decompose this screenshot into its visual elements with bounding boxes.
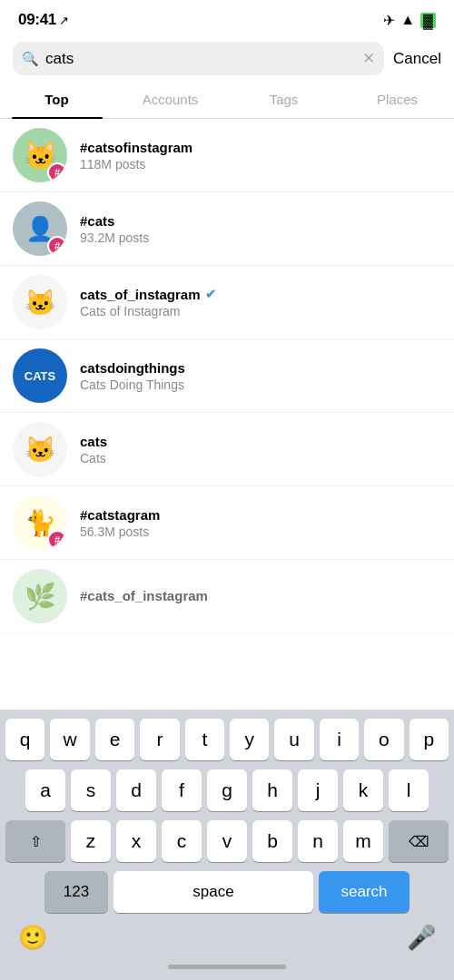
keyboard-row-1: q w e r t y u i o p xyxy=(5,719,449,760)
airplane-icon: ✈ xyxy=(383,12,395,29)
key-g[interactable]: g xyxy=(207,769,247,811)
key-u[interactable]: u xyxy=(274,719,313,760)
status-icons: ✈ ▲ ▓ xyxy=(383,12,436,29)
list-item[interactable]: 🐱##catsofinstagram118M posts xyxy=(0,119,454,192)
keyboard-row-2: a s d f g h j k l xyxy=(5,769,449,811)
search-input-wrapper[interactable]: 🔍 cats ✕ xyxy=(13,42,384,75)
result-subtitle: Cats xyxy=(80,451,441,466)
search-icon: 🔍 xyxy=(22,51,39,67)
key-space[interactable]: space xyxy=(114,871,313,913)
result-info: #cats93.2M posts xyxy=(80,213,441,245)
result-info: #cats_of_instagram xyxy=(80,588,441,605)
result-info: catsdoingthingsCats Doing Things xyxy=(80,360,441,392)
tab-top[interactable]: Top xyxy=(0,81,114,118)
key-h[interactable]: h xyxy=(252,769,292,811)
result-info: #catsofinstagram118M posts xyxy=(80,140,441,172)
keyboard-row-3: ⇧ z x c v b n m ⌫ xyxy=(5,820,449,862)
verified-icon: ✔ xyxy=(205,287,216,301)
result-subtitle: Cats Doing Things xyxy=(80,377,441,392)
key-y[interactable]: y xyxy=(230,719,269,760)
result-subtitle: 93.2M posts xyxy=(80,230,441,245)
tab-places[interactable]: Places xyxy=(340,81,454,118)
tab-tags[interactable]: Tags xyxy=(227,81,340,118)
key-n[interactable]: n xyxy=(298,820,338,862)
result-title: #cats xyxy=(80,213,441,229)
search-input[interactable]: cats xyxy=(45,50,356,68)
keyboard: q w e r t y u i o p a s d f g h j k l ⇧ … xyxy=(0,710,454,980)
microphone-icon[interactable]: 🎤 xyxy=(407,924,436,952)
key-w[interactable]: w xyxy=(50,719,89,760)
key-k[interactable]: k xyxy=(343,769,383,811)
result-title: cats_of_instagram✔ xyxy=(80,287,441,302)
list-item[interactable]: 👤##cats93.2M posts xyxy=(0,192,454,266)
avatar: 🐱# xyxy=(13,128,67,182)
clear-icon[interactable]: ✕ xyxy=(362,49,375,68)
key-j[interactable]: j xyxy=(298,769,338,811)
result-info: #catstagram56.3M posts xyxy=(80,507,441,539)
result-title: #catstagram xyxy=(80,507,441,523)
results-list: 🐱##catsofinstagram118M posts👤##cats93.2M… xyxy=(0,119,454,633)
key-v[interactable]: v xyxy=(207,820,247,862)
key-search[interactable]: search xyxy=(319,871,410,913)
key-b[interactable]: b xyxy=(252,820,292,862)
key-q[interactable]: q xyxy=(5,719,44,760)
key-123[interactable]: 123 xyxy=(44,871,108,913)
wifi-icon: ▲ xyxy=(400,12,415,28)
search-bar: 🔍 cats ✕ Cancel xyxy=(0,36,454,81)
avatar: 🐱 xyxy=(13,422,67,476)
result-subtitle: Cats of Instagram xyxy=(80,304,441,318)
result-info: cats_of_instagram✔Cats of Instagram xyxy=(80,287,441,318)
home-bar xyxy=(168,965,286,969)
result-subtitle: 118M posts xyxy=(80,157,441,172)
location-arrow-icon: ↗ xyxy=(59,14,69,27)
key-r[interactable]: r xyxy=(140,719,179,760)
key-t[interactable]: t xyxy=(185,719,224,760)
emoji-icon[interactable]: 🙂 xyxy=(18,924,47,952)
result-title: catsdoingthings xyxy=(80,360,441,376)
cancel-button[interactable]: Cancel xyxy=(393,50,441,68)
tabs-bar: Top Accounts Tags Places xyxy=(0,81,454,119)
list-item[interactable]: 🌿#cats_of_instagram xyxy=(0,560,454,633)
list-item[interactable]: CATScatsdoingthingsCats Doing Things xyxy=(0,339,454,413)
key-o[interactable]: o xyxy=(364,719,403,760)
tab-accounts[interactable]: Accounts xyxy=(114,81,227,118)
status-bar: 09:41 ↗ ✈ ▲ ▓ xyxy=(0,0,454,36)
list-item[interactable]: 🐈##catstagram56.3M posts xyxy=(0,486,454,560)
key-a[interactable]: a xyxy=(25,769,65,811)
keyboard-bottom-bar: 🙂 🎤 xyxy=(0,916,454,961)
result-subtitle: 56.3M posts xyxy=(80,524,441,539)
result-info: catsCats xyxy=(80,434,441,466)
status-time: 09:41 xyxy=(18,11,56,29)
avatar: 🐈# xyxy=(13,495,67,550)
key-d[interactable]: d xyxy=(116,769,156,811)
list-item[interactable]: 🐱catsCats xyxy=(0,413,454,486)
key-shift[interactable]: ⇧ xyxy=(5,820,65,862)
result-title: #catsofinstagram xyxy=(80,140,441,155)
key-f[interactable]: f xyxy=(162,769,202,811)
list-item[interactable]: 🐱cats_of_instagram✔Cats of Instagram xyxy=(0,266,454,339)
keyboard-row-4: 123 space search xyxy=(5,871,449,913)
key-e[interactable]: e xyxy=(95,719,134,760)
battery-icon: ▓ xyxy=(420,13,436,28)
key-m[interactable]: m xyxy=(343,820,383,862)
key-z[interactable]: z xyxy=(71,820,111,862)
key-l[interactable]: l xyxy=(389,769,429,811)
key-i[interactable]: i xyxy=(320,719,359,760)
result-title: cats xyxy=(80,434,441,449)
key-p[interactable]: p xyxy=(410,719,449,760)
result-title: #cats_of_instagram xyxy=(80,588,441,603)
key-s[interactable]: s xyxy=(71,769,111,811)
key-c[interactable]: c xyxy=(162,820,202,862)
key-delete[interactable]: ⌫ xyxy=(389,820,449,862)
avatar: 👤# xyxy=(13,201,67,256)
avatar: CATS xyxy=(13,348,67,403)
avatar: 🐱 xyxy=(13,275,67,329)
key-x[interactable]: x xyxy=(116,820,156,862)
avatar: 🌿 xyxy=(13,569,67,623)
home-indicator xyxy=(0,961,454,980)
